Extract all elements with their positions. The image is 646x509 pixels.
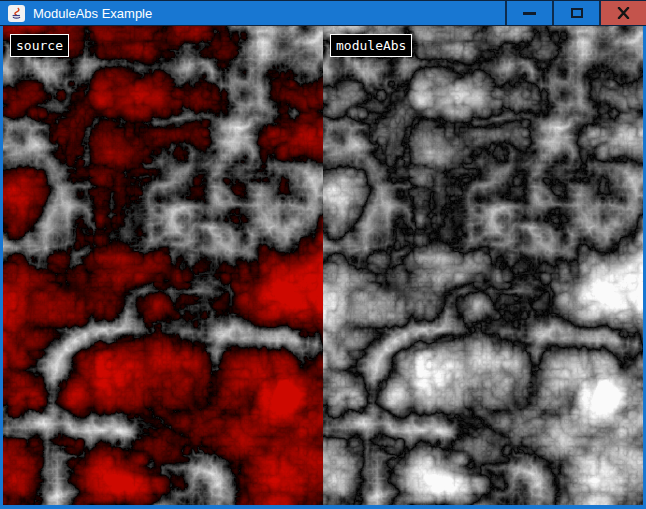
maximize-icon	[571, 8, 583, 18]
moduleabs-image-panel: moduleAbs	[323, 26, 643, 505]
moduleabs-noise-image	[323, 26, 643, 505]
source-image-panel: source	[3, 26, 323, 505]
minimize-icon	[523, 12, 536, 15]
app-window: ModuleAbs Example source moduleAbs	[0, 0, 646, 509]
maximize-button[interactable]	[552, 1, 599, 25]
java-coffee-cup-icon	[8, 5, 25, 22]
window-title: ModuleAbs Example	[33, 6, 505, 21]
content-area: source moduleAbs	[0, 26, 646, 509]
source-label: source	[10, 34, 69, 57]
close-button[interactable]	[599, 1, 646, 25]
titlebar[interactable]: ModuleAbs Example	[0, 0, 646, 26]
moduleabs-label: moduleAbs	[330, 34, 412, 57]
window-controls	[505, 1, 646, 25]
minimize-button[interactable]	[505, 1, 552, 25]
source-noise-image	[3, 26, 323, 505]
close-icon	[617, 7, 630, 19]
